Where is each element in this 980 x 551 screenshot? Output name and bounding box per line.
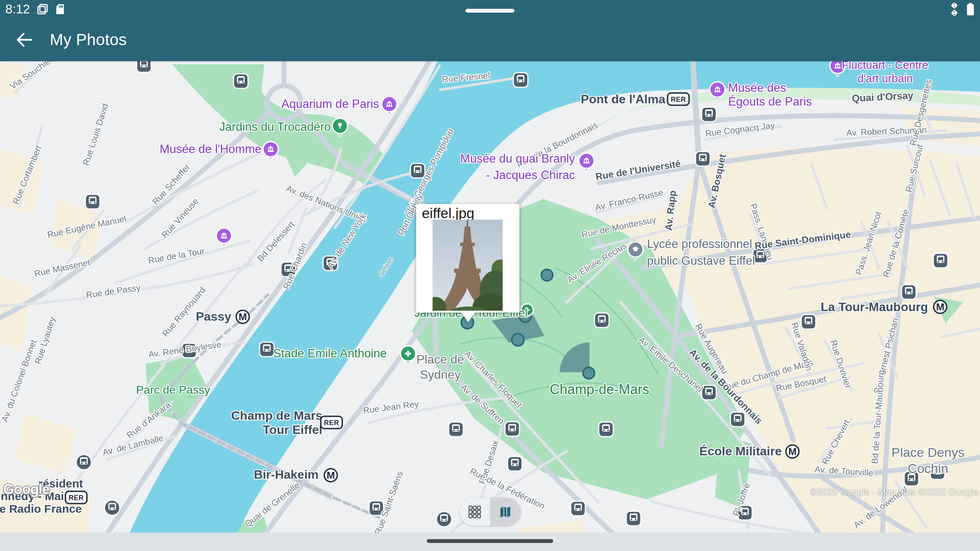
rer-glyph: RER [671, 96, 686, 103]
metro-m-glyph: M [327, 469, 335, 481]
map-label: Stade Emile Anthoine [273, 347, 387, 360]
map-label: Lycée professionnel [647, 237, 752, 251]
page-title: My Photos [50, 31, 127, 49]
bus-stop-icon [696, 152, 710, 166]
map-view-button[interactable] [490, 498, 521, 526]
marker-pointer [461, 312, 475, 322]
map-label: - Jacques Chirac [486, 168, 575, 182]
map-label: Cochin [908, 461, 948, 476]
dice-icon [948, 3, 961, 16]
map-label: d'art urbain [858, 72, 913, 85]
rer-glyph: RER [324, 419, 339, 427]
camera-cutout [466, 9, 514, 13]
status-bar: 8:12 [0, 0, 980, 18]
map-label: Champ de Mars [231, 409, 322, 422]
map-icon [498, 505, 512, 519]
bus-stop-icon [933, 253, 948, 268]
google-logo: Google [3, 481, 49, 497]
bus-stop-icon [595, 313, 609, 328]
map-label: École Militaire [699, 444, 782, 458]
map-label: Jardins du Trocadéro [219, 120, 331, 134]
back-arrow-icon [14, 30, 34, 50]
rer-glyph: RER [69, 494, 84, 502]
view-toggle [459, 498, 521, 526]
bus-stop-icon [449, 422, 463, 437]
map-label: de Radio France [0, 502, 82, 515]
bus-stop-icon [513, 73, 528, 87]
bus-stop-icon [234, 74, 248, 88]
bus-stop-icon [801, 315, 816, 329]
map-label: Sydney [420, 368, 461, 381]
battery-icon [967, 3, 974, 15]
bus-stop-icon [260, 342, 274, 357]
map-label: public Gustave Eiffel [647, 254, 755, 267]
bus-stop-icon [508, 456, 522, 471]
bus-stop-icon [436, 512, 452, 527]
bus-stop-icon [76, 455, 91, 470]
map-label: Musée des [728, 81, 786, 95]
bus-stop-icon [702, 107, 716, 122]
bus-stop-icon [702, 385, 716, 400]
metro-m-glyph: M [238, 311, 247, 323]
map-label: Tour Eiffel [263, 423, 322, 437]
map-label: Place de [416, 352, 464, 366]
photo-thumbnail[interactable] [433, 220, 503, 311]
bus-stop-icon [599, 422, 613, 437]
device-screen: M RER [0, 0, 980, 551]
grid-icon [468, 505, 482, 519]
map-label: Passy [196, 310, 231, 323]
gesture-nav-bar [0, 533, 980, 551]
map-label: Bir-Hakeim [254, 468, 318, 481]
nav-handle[interactable] [427, 539, 553, 543]
map-label: Égouts de Paris [728, 95, 812, 108]
metro-m-glyph: M [936, 301, 944, 313]
bus-stop-icon [85, 194, 100, 209]
map-copyright: ©2025 Google - Map data ©2025 Google [810, 487, 978, 497]
photo-marker-card[interactable]: eiffel.jpg [416, 204, 519, 313]
grid-view-button[interactable] [459, 498, 490, 526]
bus-stop-icon [505, 422, 519, 436]
eiffel-tower-photo [433, 220, 503, 311]
map-label: La Tour-Maubourg [821, 300, 928, 314]
bus-stop-icon [626, 511, 641, 526]
sd-card-icon [55, 3, 65, 15]
map-label: Pont de l'Alma [581, 92, 665, 106]
back-button[interactable] [14, 30, 34, 50]
bus-stop-icon [105, 500, 120, 515]
map-label: Musée du quai Branly [460, 152, 575, 165]
bus-stop-icon [730, 412, 745, 427]
app-bar: My Photos [0, 18, 980, 61]
map-label: Aquarium de Paris [281, 97, 379, 111]
photo-filename: eiffel.jpg [422, 205, 474, 222]
map-label: Parc de Passy [136, 383, 210, 396]
map-label: Musée de l'Homme [160, 142, 261, 156]
bus-stop-icon [571, 501, 585, 516]
map-label: Champ-de-Mars [550, 381, 649, 397]
map-label: Place Denys [892, 445, 965, 460]
bus-stop-icon [902, 285, 916, 299]
metro-m-glyph: M [788, 446, 797, 457]
clock: 8:12 [5, 0, 30, 18]
screenshot-icon [37, 3, 48, 15]
